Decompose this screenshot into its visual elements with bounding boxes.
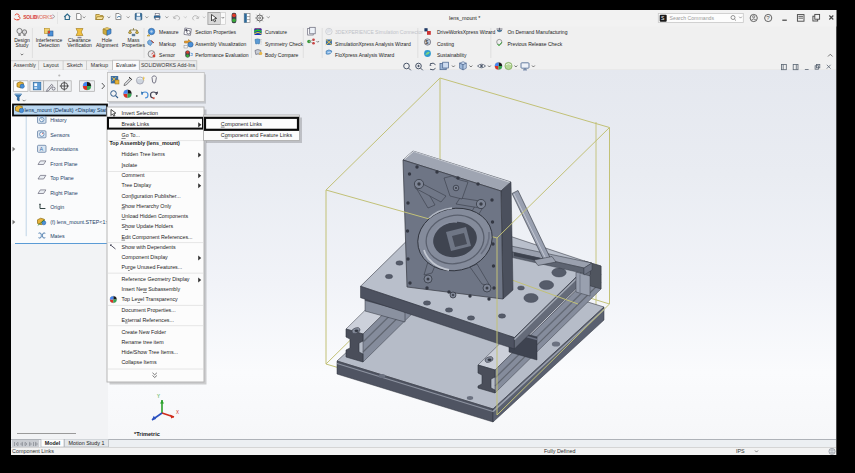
- svg-text:Show Hierarchy Only: Show Hierarchy Only: [122, 203, 172, 209]
- svg-text:Comment: Comment: [122, 172, 145, 178]
- svg-text:Create New Folder: Create New Folder: [122, 329, 167, 335]
- svg-text:Reference Geometry Display: Reference Geometry Display: [122, 276, 190, 282]
- svg-text:Insert New Subassembly: Insert New Subassembly: [122, 286, 181, 292]
- svg-text:Hidden Tree Items: Hidden Tree Items: [122, 151, 166, 157]
- svg-text:Top Level Transparency: Top Level Transparency: [122, 296, 179, 302]
- svg-text:Component Display: Component Display: [122, 254, 169, 260]
- svg-text:Top Assembly (lens_mount): Top Assembly (lens_mount): [110, 140, 181, 146]
- svg-text:Show Update Holders: Show Update Holders: [122, 223, 174, 229]
- svg-text:Component and Feature Links: Component and Feature Links: [221, 132, 293, 138]
- svg-text:Hide/Show Tree Items...: Hide/Show Tree Items...: [122, 349, 179, 355]
- svg-text:Edit Component References...: Edit Component References...: [122, 234, 193, 240]
- svg-text:Collapse Items: Collapse Items: [122, 359, 157, 365]
- svg-text:Component Links: Component Links: [221, 121, 263, 127]
- svg-text:Go To...: Go To...: [122, 132, 140, 138]
- svg-text:External References...: External References...: [122, 317, 174, 323]
- svg-text:Purge Unused Features...: Purge Unused Features...: [122, 264, 183, 270]
- svg-text:Configuration Publisher...: Configuration Publisher...: [122, 193, 181, 199]
- svg-text:Rename tree item: Rename tree item: [122, 339, 165, 345]
- svg-text:Break Links: Break Links: [122, 121, 150, 127]
- svg-text:Invert Selection: Invert Selection: [122, 110, 159, 116]
- svg-text:Document Properties...: Document Properties...: [122, 307, 176, 313]
- svg-text:Show with Dependents: Show with Dependents: [122, 244, 177, 250]
- svg-text:Isolate: Isolate: [122, 162, 138, 168]
- svg-text:Tree Display: Tree Display: [122, 182, 152, 188]
- svg-text:Unload Hidden Components: Unload Hidden Components: [122, 213, 189, 219]
